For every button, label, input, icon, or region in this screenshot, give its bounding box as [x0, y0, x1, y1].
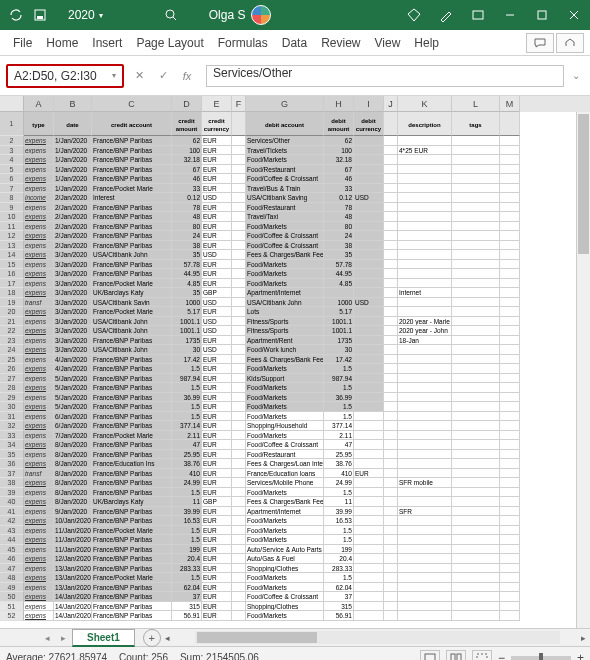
cell[interactable] [500, 222, 520, 232]
menu-help[interactable]: Help [407, 33, 446, 53]
cell[interactable] [452, 307, 500, 317]
cell[interactable]: expens [24, 288, 54, 298]
cell[interactable]: 14/Jan/2020 [54, 602, 92, 612]
cell[interactable] [500, 592, 520, 602]
cell[interactable] [500, 564, 520, 574]
cell[interactable]: 1/Jan/2020 [54, 155, 92, 165]
cell[interactable]: expens [24, 545, 54, 555]
cell[interactable]: 20.4 [172, 554, 202, 564]
cell[interactable]: 1/Jan/2020 [54, 174, 92, 184]
cell[interactable]: 100 [324, 146, 354, 156]
cell[interactable] [500, 488, 520, 498]
cell[interactable] [354, 383, 384, 393]
cell[interactable]: expens [24, 184, 54, 194]
cell[interactable] [384, 212, 398, 222]
cell[interactable]: 38 [172, 241, 202, 251]
cell[interactable] [354, 326, 384, 336]
cell[interactable] [354, 203, 384, 213]
scroll-thumb[interactable] [578, 114, 589, 254]
row-header[interactable]: 5 [0, 165, 24, 175]
cell[interactable]: 1.5 [172, 535, 202, 545]
cell[interactable]: 13/Jan/2020 [54, 573, 92, 583]
cell[interactable] [354, 355, 384, 365]
cell[interactable] [398, 174, 452, 184]
cell[interactable] [500, 260, 520, 270]
cell[interactable] [500, 279, 520, 289]
cell[interactable]: France/BNP Paribas [92, 592, 172, 602]
header-cell[interactable]: credit account [92, 112, 172, 136]
row-header[interactable]: 14 [0, 250, 24, 260]
cell[interactable] [452, 288, 500, 298]
cell[interactable] [398, 402, 452, 412]
cell[interactable]: 4*25 EUR [398, 146, 452, 156]
cell[interactable]: 3/Jan/2020 [54, 326, 92, 336]
cell[interactable] [354, 336, 384, 346]
cell[interactable]: France/BNP Paribas [92, 146, 172, 156]
cell[interactable]: expens [24, 212, 54, 222]
cell[interactable]: EUR [202, 136, 232, 146]
share-icon[interactable] [556, 33, 584, 53]
cell[interactable]: Interest [92, 193, 172, 203]
cell[interactable]: 14/Jan/2020 [54, 611, 92, 621]
cell[interactable] [384, 564, 398, 574]
cell[interactable] [500, 573, 520, 583]
cell[interactable]: 62.04 [172, 583, 202, 593]
cell[interactable] [354, 488, 384, 498]
cell[interactable]: EUR [202, 212, 232, 222]
cell[interactable] [398, 383, 452, 393]
row-header[interactable]: 3 [0, 146, 24, 156]
cell[interactable]: France/BNP Paribas [92, 269, 172, 279]
cell[interactable] [232, 421, 246, 431]
row-header[interactable]: 2 [0, 136, 24, 146]
cell[interactable] [452, 611, 500, 621]
cell[interactable]: 5/Jan/2020 [54, 393, 92, 403]
cell[interactable]: USA/Citibank Savin [92, 298, 172, 308]
cell[interactable]: Fitness/Sports [246, 326, 324, 336]
header-cell[interactable]: type [24, 112, 54, 136]
cell[interactable]: 2/Jan/2020 [54, 222, 92, 232]
cell[interactable] [452, 535, 500, 545]
cell[interactable] [500, 374, 520, 384]
cell[interactable]: Lots [246, 307, 324, 317]
cell[interactable] [354, 136, 384, 146]
view-pagelayout-icon[interactable] [446, 650, 466, 661]
cell[interactable]: EUR [202, 402, 232, 412]
cell[interactable] [452, 345, 500, 355]
cell[interactable] [384, 269, 398, 279]
cell[interactable] [384, 383, 398, 393]
cell[interactable]: 2/Jan/2020 [54, 203, 92, 213]
cell[interactable]: EUR [202, 260, 232, 270]
cell[interactable]: 11 [172, 497, 202, 507]
cell[interactable]: expens [24, 535, 54, 545]
cell[interactable]: 8/Jan/2020 [54, 450, 92, 460]
cell[interactable]: 6/Jan/2020 [54, 412, 92, 422]
cell[interactable] [452, 488, 500, 498]
search-icon[interactable] [161, 5, 181, 25]
cell[interactable]: Travel/Tickets [246, 146, 324, 156]
cell[interactable] [232, 583, 246, 593]
cell[interactable]: expens [24, 355, 54, 365]
sheet-tab[interactable]: Sheet1 [72, 629, 135, 647]
cell[interactable]: France/BNP Paribas [92, 421, 172, 431]
cell[interactable]: 8/Jan/2020 [54, 488, 92, 498]
cell[interactable] [452, 269, 500, 279]
cell[interactable]: EUR [202, 412, 232, 422]
cell[interactable]: USA/Citibank John [92, 326, 172, 336]
cell[interactable]: EUR [202, 602, 232, 612]
cell[interactable]: France/BNP Paribas [92, 564, 172, 574]
header-cell[interactable] [384, 112, 398, 136]
cell[interactable]: 39.99 [324, 507, 354, 517]
cell[interactable]: 11/Jan/2020 [54, 535, 92, 545]
cell[interactable]: 30 [172, 345, 202, 355]
cell[interactable]: 32.18 [324, 155, 354, 165]
scroll-thumb[interactable] [197, 632, 317, 643]
cell[interactable]: 39.99 [172, 507, 202, 517]
cell[interactable]: Food/Coffee & Croissant [246, 241, 324, 251]
cell[interactable] [384, 592, 398, 602]
cell[interactable]: EUR [202, 516, 232, 526]
col-header-C[interactable]: C [92, 96, 172, 112]
cell[interactable]: Shopping/Clothes [246, 602, 324, 612]
cell[interactable] [384, 279, 398, 289]
cell[interactable]: EUR [202, 450, 232, 460]
cell[interactable] [354, 554, 384, 564]
